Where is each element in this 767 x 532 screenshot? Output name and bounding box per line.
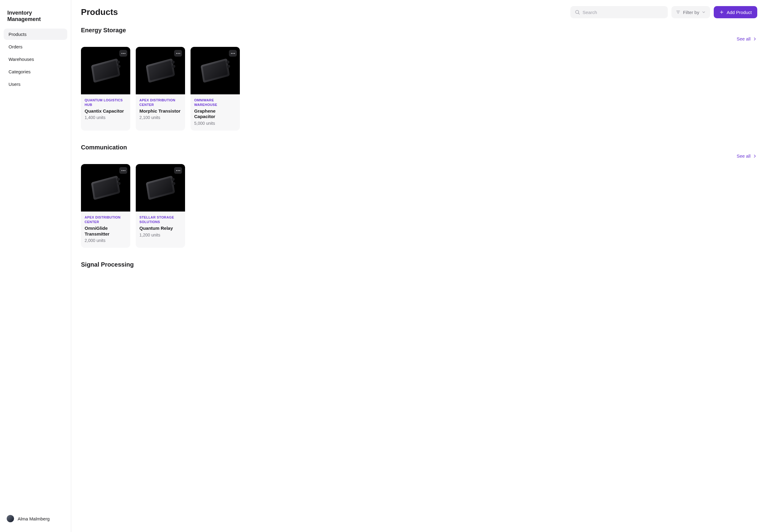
product-image bbox=[136, 47, 185, 94]
product-card[interactable]: QUANTUM LOGISTICS HUB Quantix Capacitor … bbox=[81, 47, 130, 131]
section-title: Signal Processing bbox=[81, 261, 757, 268]
product-image bbox=[191, 47, 240, 94]
product-image bbox=[81, 47, 130, 94]
main-content: Products Filter by Ad bbox=[71, 0, 767, 532]
filter-icon bbox=[676, 10, 681, 15]
product-name: Morphic Transistor bbox=[139, 108, 181, 114]
section-title: Communication bbox=[81, 144, 757, 151]
see-all-label: See all bbox=[737, 153, 751, 159]
sidebar-item-products[interactable]: Products bbox=[4, 29, 67, 40]
warehouse-label: APEX DISTRIBUTION CENTER bbox=[139, 98, 181, 107]
product-units: 5,000 units bbox=[194, 121, 236, 126]
filter-button[interactable]: Filter by bbox=[671, 6, 710, 18]
product-image bbox=[136, 164, 185, 212]
filter-label: Filter by bbox=[683, 10, 699, 15]
app-title: Inventory Management bbox=[4, 7, 67, 29]
section-signal-processing: Signal Processing bbox=[81, 261, 757, 268]
product-units: 2,000 units bbox=[85, 238, 127, 243]
sidebar-item-orders[interactable]: Orders bbox=[4, 41, 67, 52]
see-all-label: See all bbox=[737, 36, 751, 41]
add-product-label: Add Product bbox=[727, 10, 752, 15]
sidebar-item-users[interactable]: Users bbox=[4, 79, 67, 90]
card-menu-button[interactable] bbox=[119, 167, 127, 174]
card-menu-button[interactable] bbox=[229, 50, 237, 57]
section-communication: Communication See all APEX DISTRIBUT bbox=[81, 144, 757, 248]
search-icon bbox=[575, 9, 580, 15]
see-all-link[interactable]: See all bbox=[737, 153, 757, 159]
product-name: Graphene Capacitor bbox=[194, 108, 236, 120]
add-product-button[interactable]: Add Product bbox=[714, 6, 757, 18]
card-menu-button[interactable] bbox=[119, 50, 127, 57]
chevron-right-icon bbox=[752, 154, 757, 159]
more-icon bbox=[176, 53, 180, 54]
product-card[interactable]: OMNIWARE WAREHOUSE Graphene Capacitor 5,… bbox=[191, 47, 240, 131]
search-box[interactable] bbox=[570, 6, 668, 18]
page-title: Products bbox=[81, 7, 567, 17]
product-units: 1,400 units bbox=[85, 115, 127, 120]
more-icon bbox=[176, 170, 180, 171]
avatar bbox=[7, 515, 14, 522]
warehouse-label: STELLAR STORAGE SOLUTIONS bbox=[139, 215, 181, 224]
sidebar: Inventory Management Products Orders War… bbox=[0, 0, 71, 532]
card-menu-button[interactable] bbox=[174, 167, 182, 174]
more-icon bbox=[121, 53, 125, 54]
warehouse-label: APEX DISTRIBUTION CENTER bbox=[85, 215, 127, 224]
product-card[interactable]: APEX DISTRIBUTION CENTER Morphic Transis… bbox=[136, 47, 185, 131]
warehouse-label: OMNIWARE WAREHOUSE bbox=[194, 98, 236, 107]
search-input[interactable] bbox=[583, 10, 664, 15]
product-image bbox=[81, 164, 130, 212]
sidebar-nav: Products Orders Warehouses Categories Us… bbox=[4, 29, 67, 90]
product-name: Quantum Relay bbox=[139, 226, 181, 231]
product-name: OmniGlide Transmitter bbox=[85, 226, 127, 237]
user-menu[interactable]: Alma Malmberg bbox=[4, 513, 67, 525]
product-units: 2,100 units bbox=[139, 115, 181, 120]
chevron-down-icon bbox=[702, 10, 706, 14]
plus-icon bbox=[719, 10, 724, 15]
card-menu-button[interactable] bbox=[174, 50, 182, 57]
section-title: Energy Storage bbox=[81, 27, 757, 34]
product-name: Quantix Capacitor bbox=[85, 108, 127, 114]
svg-point-0 bbox=[576, 10, 579, 14]
product-units: 1,200 units bbox=[139, 233, 181, 237]
sidebar-item-warehouses[interactable]: Warehouses bbox=[4, 54, 67, 65]
product-card[interactable]: APEX DISTRIBUTION CENTER OmniGlide Trans… bbox=[81, 164, 130, 248]
chevron-right-icon bbox=[752, 37, 757, 41]
see-all-link[interactable]: See all bbox=[737, 36, 757, 41]
svg-line-1 bbox=[579, 13, 580, 14]
more-icon bbox=[121, 170, 125, 171]
more-icon bbox=[231, 53, 235, 54]
sidebar-item-categories[interactable]: Categories bbox=[4, 66, 67, 77]
user-name: Alma Malmberg bbox=[18, 516, 50, 521]
product-card[interactable]: STELLAR STORAGE SOLUTIONS Quantum Relay … bbox=[136, 164, 185, 248]
warehouse-label: QUANTUM LOGISTICS HUB bbox=[85, 98, 127, 107]
section-energy-storage: Energy Storage See all QUANTUM LOGIS bbox=[81, 27, 757, 131]
page-header: Products Filter by Ad bbox=[81, 6, 757, 18]
